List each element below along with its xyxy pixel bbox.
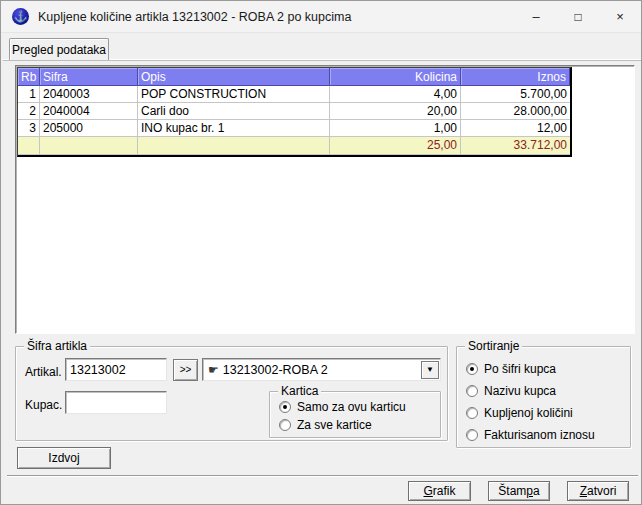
artikal-label: Artikal. <box>25 365 62 379</box>
close-icon[interactable]: × <box>599 1 641 32</box>
article-combo-value: 13213002-ROBA 2 <box>223 363 421 377</box>
window-controls: – □ × <box>515 1 641 32</box>
radio-icon <box>466 407 478 419</box>
data-grid: Rb Sifra Opis Kolicina Iznos 1 2040003 P… <box>17 67 572 157</box>
grid-panel: Rb Sifra Opis Kolicina Iznos 1 2040003 P… <box>15 65 635 334</box>
radio-fakturisanom-iznosu[interactable]: Fakturisanom iznosu <box>466 428 595 442</box>
zatvori-button[interactable]: Zatvori <box>567 481 629 501</box>
window-title: Kupljene količine artikla 13213002 - ROB… <box>38 10 351 24</box>
stampa-button[interactable]: Štampa <box>488 481 550 501</box>
radio-samo-za-ovu-karticu[interactable]: Samo za ovu karticu <box>279 400 406 414</box>
group-kartica-label: Kartica <box>278 384 321 398</box>
col-header-rb: Rb <box>18 68 40 86</box>
maximize-icon[interactable]: □ <box>557 1 599 32</box>
app-window: ⚓ Kupljene količine artikla 13213002 - R… <box>0 0 642 505</box>
kupac-input[interactable] <box>65 391 167 414</box>
kupac-label: Kupac. <box>25 398 62 412</box>
radio-kupljenoj-kolicini[interactable]: Kupljenoj količini <box>466 406 573 420</box>
table-row[interactable]: 2 2040004 Carli doo 20,00 28.000,00 <box>18 103 570 120</box>
chevron-down-icon[interactable]: ▼ <box>421 361 439 379</box>
table-row[interactable]: 3 205000 INO kupac br. 1 1,00 12,00 <box>18 120 570 137</box>
group-sortiranje-label: Sortiranje <box>465 339 522 353</box>
bottom-separator <box>7 475 638 477</box>
col-header-kolicina: Kolicina <box>330 68 461 86</box>
col-header-iznos: Iznos <box>461 68 570 86</box>
grid-total-row: 25,00 33.712,00 <box>18 137 570 155</box>
radio-icon <box>279 419 291 431</box>
tab-pregled-podataka[interactable]: Pregled podataka <box>9 38 109 60</box>
col-header-sifra: Sifra <box>40 68 138 86</box>
radio-icon <box>466 363 478 375</box>
table-row[interactable]: 1 2040003 POP CONSTRUCTION 4,00 5.700,00 <box>18 86 570 103</box>
total-kolicina: 25,00 <box>330 137 461 155</box>
minimize-icon[interactable]: – <box>515 1 557 32</box>
radio-za-sve-kartice[interactable]: Za sve kartice <box>279 418 372 432</box>
artikal-input[interactable] <box>65 358 167 381</box>
radio-icon <box>466 385 478 397</box>
radio-po-sifri-kupca[interactable]: Po šifri kupca <box>466 362 556 376</box>
group-sifra-artikla-label: Šifra artikla <box>24 339 90 353</box>
grid-header-row: Rb Sifra Opis Kolicina Iznos <box>18 68 570 86</box>
izdvoj-button[interactable]: Izdvoj <box>17 447 111 469</box>
article-item-icon: ☛ <box>208 364 219 376</box>
radio-nazivu-kupca[interactable]: Nazivu kupca <box>466 384 556 398</box>
col-header-opis: Opis <box>138 68 330 86</box>
title-bar: ⚓ Kupljene količine artikla 13213002 - R… <box>1 1 641 33</box>
app-icon: ⚓ <box>12 8 29 25</box>
grafik-button[interactable]: Grafik <box>408 481 471 501</box>
tab-label: Pregled podataka <box>12 43 106 57</box>
expand-article-button[interactable]: >> <box>173 359 198 381</box>
article-combobox[interactable]: ☛ 13213002-ROBA 2 ▼ <box>202 358 441 381</box>
radio-icon <box>466 429 478 441</box>
total-iznos: 33.712,00 <box>461 137 570 155</box>
radio-icon <box>279 401 291 413</box>
